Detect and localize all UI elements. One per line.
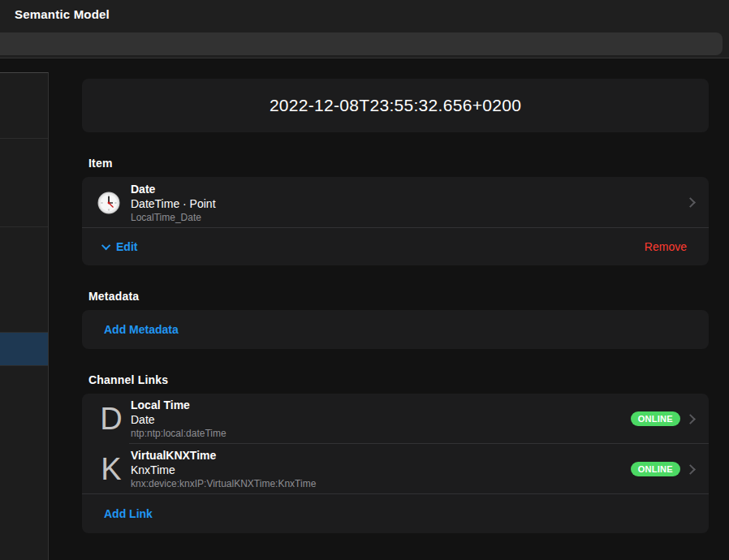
- channel-uid: ntp:ntp:local:dateTime: [131, 428, 631, 440]
- page-title: Semantic Model: [15, 7, 110, 21]
- item-state-value: 2022-12-08T23:55:32.656+0200: [270, 96, 521, 115]
- channel-title: Local Time: [131, 398, 631, 412]
- channel-title: VirtualKNXTime: [131, 448, 631, 463]
- metadata-section-label: Metadata: [88, 290, 709, 303]
- chevron-right-icon: [685, 464, 696, 475]
- item-row[interactable]: Date DateTime · Point LocalTime_Date: [82, 177, 709, 228]
- channel-link-row[interactable]: D Local Time Date ntp:ntp:local:dateTime…: [82, 394, 709, 444]
- content-area: 2022-12-08T23:55:32.656+0200 Item: [0, 58, 729, 560]
- metadata-card: Add Metadata: [82, 310, 709, 349]
- model-tree-sidebar[interactable]: [0, 72, 49, 560]
- status-badge-online: ONLINE: [631, 411, 680, 426]
- channel-label: KnxTime: [131, 463, 631, 477]
- channel-links-section-label: Channel Links: [88, 373, 709, 386]
- channel-initial-avatar: D: [100, 403, 123, 435]
- channel-initial-avatar: K: [100, 453, 123, 485]
- add-link-row: Add Link: [82, 494, 709, 533]
- channel-uid: knx:device:knxIP:VirtualKNXTime:KnxTime: [131, 478, 631, 490]
- channel-link-row[interactable]: K VirtualKNXTime KnxTime knx:device:knxI…: [82, 444, 709, 494]
- tree-divider: [0, 226, 48, 227]
- channel-links-card: D Local Time Date ntp:ntp:local:dateTime…: [82, 394, 709, 533]
- item-section-label: Item: [88, 157, 709, 170]
- channel-label: Date: [131, 412, 631, 427]
- item-details-panel: 2022-12-08T23:55:32.656+0200 Item: [82, 58, 709, 560]
- clock-icon: [97, 191, 121, 215]
- remove-button[interactable]: Remove: [645, 240, 687, 253]
- tree-divider: [0, 365, 48, 366]
- item-type-semantics: DateTime · Point: [131, 196, 680, 211]
- item-state-display: 2022-12-08T23:55:32.656+0200: [82, 79, 709, 132]
- item-row-text: Date DateTime · Point LocalTime_Date: [131, 182, 680, 224]
- edit-button-label: Edit: [116, 240, 137, 253]
- card-divider: [82, 227, 709, 228]
- item-name: LocalTime_Date: [131, 212, 680, 224]
- app-header: Semantic Model: [0, 0, 729, 58]
- chevron-down-icon: [101, 241, 110, 250]
- status-badge-online: ONLINE: [631, 462, 680, 476]
- search-input[interactable]: [0, 32, 723, 55]
- item-actions-row: Edit Remove: [82, 228, 709, 265]
- chevron-right-icon: [685, 414, 696, 424]
- edit-button[interactable]: Edit: [104, 240, 137, 253]
- item-title: Date: [131, 182, 680, 196]
- channel-row-text: Local Time Date ntp:ntp:local:dateTime: [131, 398, 631, 440]
- add-metadata-button[interactable]: Add Metadata: [104, 323, 179, 336]
- add-link-button[interactable]: Add Link: [104, 507, 153, 520]
- tree-divider: [0, 138, 48, 139]
- tree-row-selected[interactable]: [0, 333, 48, 365]
- chevron-right-icon: [685, 197, 696, 208]
- channel-row-text: VirtualKNXTime KnxTime knx:device:knxIP:…: [131, 448, 631, 490]
- item-card: Date DateTime · Point LocalTime_Date Edi…: [82, 177, 709, 265]
- card-divider: [82, 493, 709, 494]
